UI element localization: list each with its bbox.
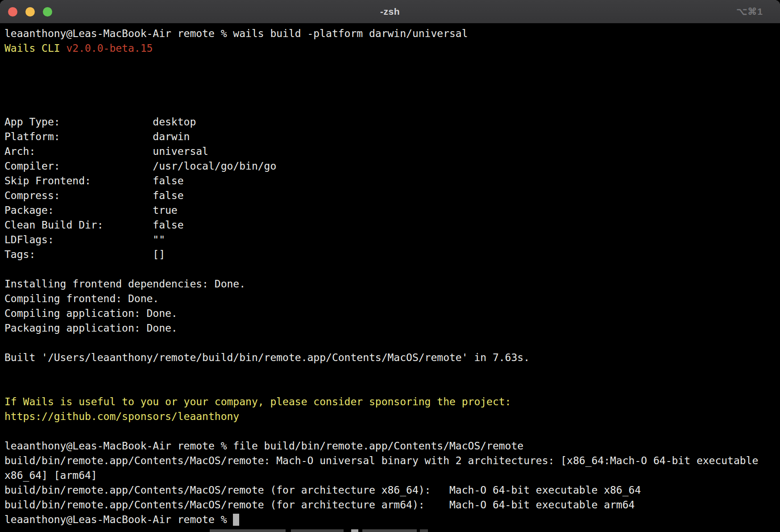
terminal-line: Compress: false bbox=[4, 188, 780, 203]
terminal-text: Built '/Users/leaanthony/remote/build/bi… bbox=[4, 352, 530, 363]
terminal-line bbox=[4, 365, 780, 380]
terminal-line: Package: true bbox=[4, 203, 780, 218]
terminal-text: Packaging application: Done. bbox=[4, 322, 178, 334]
terminal-line: Built '/Users/leaanthony/remote/build/bi… bbox=[4, 350, 780, 365]
clipped-text-fragment bbox=[420, 529, 428, 532]
terminal-text: https://github.com/sponsors/leaanthony bbox=[4, 411, 239, 422]
terminal-line bbox=[4, 262, 780, 277]
terminal-line: Packaging application: Done. bbox=[4, 321, 780, 336]
terminal-line: Wails CLI v2.0.0-beta.15 bbox=[4, 41, 780, 56]
terminal-text: v2.0.0-beta.15 bbox=[66, 42, 153, 54]
terminal-text: leaanthony@Leas-MacBook-Air remote % bbox=[4, 514, 233, 525]
terminal-text: build/bin/remote.app/Contents/MacOS/remo… bbox=[4, 455, 758, 466]
terminal-cursor bbox=[233, 514, 239, 526]
terminal-text: Platform: darwin bbox=[4, 131, 190, 142]
terminal-text: x86_64] [arm64] bbox=[4, 470, 97, 481]
terminal-line: Compiling frontend: Done. bbox=[4, 291, 780, 306]
terminal-text: Arch: universal bbox=[4, 145, 208, 157]
terminal-text: Wails CLI bbox=[4, 42, 66, 54]
terminal-line: build/bin/remote.app/Contents/MacOS/remo… bbox=[4, 453, 780, 468]
terminal-line bbox=[4, 85, 780, 100]
terminal-line bbox=[4, 424, 780, 439]
clipped-text-fragment bbox=[210, 529, 286, 532]
terminal-line bbox=[4, 380, 780, 395]
terminal-line bbox=[4, 100, 780, 115]
terminal-line: leaanthony@Leas-MacBook-Air remote % bbox=[4, 512, 780, 527]
terminal-text: Compiling application: Done. bbox=[4, 308, 178, 319]
terminal-text: App Type: desktop bbox=[4, 116, 196, 128]
terminal-text: LDFlags: "" bbox=[4, 234, 165, 245]
terminal-line bbox=[4, 71, 780, 85]
terminal-text: leaanthony@Leas-MacBook-Air remote % fil… bbox=[4, 440, 523, 452]
terminal-line: Skip Frontend: false bbox=[4, 174, 780, 188]
terminal-text: Clean Build Dir: false bbox=[4, 219, 184, 231]
terminal-line: x86_64] [arm64] bbox=[4, 468, 780, 483]
window-titlebar[interactable]: -zsh ⌥⌘1 bbox=[0, 0, 780, 24]
clipped-text-fragment bbox=[351, 529, 358, 532]
terminal-line: leaanthony@Leas-MacBook-Air remote % fil… bbox=[4, 439, 780, 453]
terminal-line: build/bin/remote.app/Contents/MacOS/remo… bbox=[4, 498, 780, 512]
window-shortcut-badge: ⌥⌘1 bbox=[736, 0, 763, 23]
terminal-line: App Type: desktop bbox=[4, 115, 780, 129]
terminal-line: LDFlags: "" bbox=[4, 233, 780, 247]
terminal-line: leaanthony@Leas-MacBook-Air remote % wai… bbox=[4, 26, 780, 41]
terminal-line: Tags: [] bbox=[4, 247, 780, 262]
terminal-text: Installing frontend dependencies: Done. bbox=[4, 278, 245, 290]
terminal-text: Compiler: /usr/local/go/bin/go bbox=[4, 160, 276, 172]
terminal-line: Installing frontend dependencies: Done. bbox=[4, 277, 780, 291]
terminal-line: Compiler: /usr/local/go/bin/go bbox=[4, 159, 780, 174]
terminal-text: Skip Frontend: false bbox=[4, 175, 184, 187]
clipped-text-fragment bbox=[291, 529, 344, 532]
terminal-text: Package: true bbox=[4, 204, 178, 216]
terminal-output[interactable]: leaanthony@Leas-MacBook-Air remote % wai… bbox=[0, 24, 780, 532]
terminal-line bbox=[4, 336, 780, 350]
terminal-line: Compiling application: Done. bbox=[4, 306, 780, 321]
terminal-line: build/bin/remote.app/Contents/MacOS/remo… bbox=[4, 483, 780, 498]
terminal-line: Clean Build Dir: false bbox=[4, 218, 780, 233]
clipped-bottom-line bbox=[0, 529, 780, 532]
terminal-text: Tags: [] bbox=[4, 249, 165, 260]
terminal-text: If Wails is useful to you or your compan… bbox=[4, 396, 511, 407]
terminal-line: Arch: universal bbox=[4, 144, 780, 159]
terminal-line: https://github.com/sponsors/leaanthony bbox=[4, 409, 780, 424]
terminal-text: leaanthony@Leas-MacBook-Air remote % wai… bbox=[4, 28, 468, 39]
window-title: -zsh bbox=[0, 6, 780, 17]
terminal-line: Platform: darwin bbox=[4, 129, 780, 144]
terminal-text: Compress: false bbox=[4, 190, 184, 201]
terminal-text: build/bin/remote.app/Contents/MacOS/remo… bbox=[4, 499, 635, 511]
terminal-text: build/bin/remote.app/Contents/MacOS/remo… bbox=[4, 484, 641, 496]
clipped-text-fragment bbox=[362, 529, 417, 532]
terminal-line: If Wails is useful to you or your compan… bbox=[4, 395, 780, 409]
terminal-line bbox=[4, 56, 780, 71]
terminal-text: Compiling frontend: Done. bbox=[4, 293, 159, 304]
terminal-window: -zsh ⌥⌘1 leaanthony@Leas-MacBook-Air rem… bbox=[0, 0, 780, 532]
